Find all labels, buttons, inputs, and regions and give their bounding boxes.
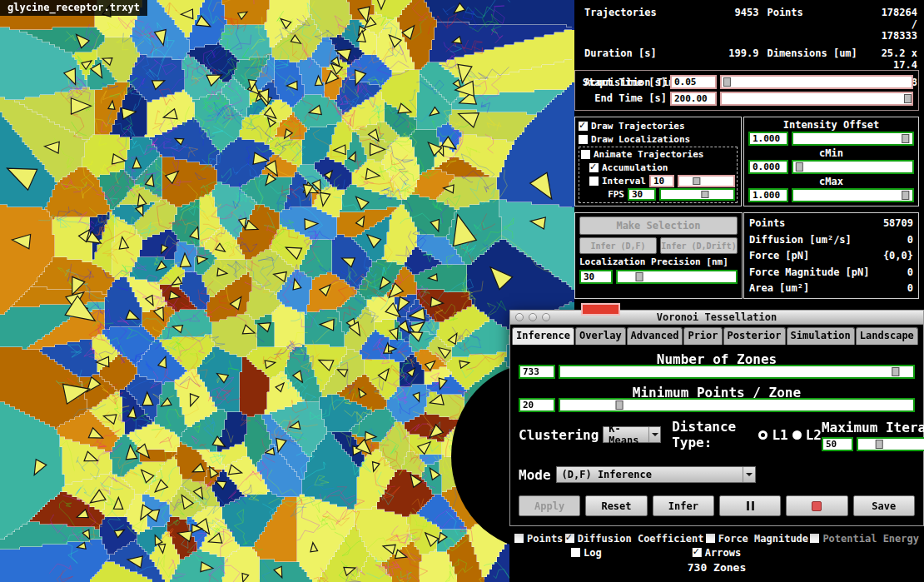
intensity-offset-slider-knob[interactable] xyxy=(902,134,909,143)
min-points-value[interactable]: 20 xyxy=(519,398,555,412)
pause-button[interactable] xyxy=(719,495,781,516)
clustering-dropdown[interactable]: K-Means xyxy=(603,426,661,443)
interval-slider-knob[interactable] xyxy=(693,177,701,185)
tab-advanced[interactable]: Advanced xyxy=(627,327,683,345)
draw-options-panel: Draw Trajectories Draw Localizations Ani… xyxy=(574,117,742,206)
cmax-control: 1.000 xyxy=(748,188,914,202)
apply-button[interactable]: Apply xyxy=(519,495,580,516)
intensity-offset-control: 1.000 xyxy=(748,132,914,146)
reset-button[interactable]: Reset xyxy=(585,495,647,516)
localization-precision-slider-knob[interactable] xyxy=(635,272,643,281)
selection-points-label: Points xyxy=(749,217,785,229)
tab-landscape[interactable]: Landscape xyxy=(856,327,918,345)
fps-slider[interactable] xyxy=(659,188,735,201)
tab-posterior[interactable]: Posterior xyxy=(723,327,786,345)
cmax-slider-knob[interactable] xyxy=(902,191,909,200)
save-button[interactable]: Save xyxy=(853,495,915,516)
interval-checkbox[interactable] xyxy=(589,177,599,186)
max-iterations-slider[interactable] xyxy=(857,437,924,451)
accumulation-checkbox[interactable] xyxy=(589,163,599,172)
make-selection-button[interactable]: Make Selection xyxy=(579,216,738,235)
tab-simulation[interactable]: Simulation xyxy=(787,327,855,345)
clustering-controls: Clustering K-Means Distance Type: L1 L2 xyxy=(519,419,822,450)
log-label: Log xyxy=(584,547,602,559)
max-iterations-slider-knob[interactable] xyxy=(876,440,883,449)
distance-l2-label: L2 xyxy=(806,427,822,443)
distance-type-label: Distance Type: xyxy=(672,419,754,450)
start-time-label: Start Time [s] xyxy=(580,77,667,88)
start-time-slider[interactable] xyxy=(720,75,913,89)
cmin-value[interactable]: 0.000 xyxy=(748,160,788,174)
min-points-slider[interactable] xyxy=(559,398,915,412)
interval-slider[interactable] xyxy=(678,175,735,187)
cmax-slider[interactable] xyxy=(792,188,914,202)
end-time-slider-knob[interactable] xyxy=(904,94,912,103)
intensity-offset-value[interactable]: 1.000 xyxy=(748,132,788,146)
log-checkbox[interactable] xyxy=(571,548,580,557)
max-iterations-value[interactable]: 50 xyxy=(822,437,853,451)
distance-l2-radio[interactable] xyxy=(792,430,802,440)
points-overlay-checkbox[interactable] xyxy=(514,534,524,543)
tessellation-tabs: Inference Overlay Advanced Prior Posteri… xyxy=(510,325,923,345)
number-of-zones-value[interactable]: 733 xyxy=(519,365,555,379)
selection-panel: Make Selection Infer (D,F) Infer (D,Drif… xyxy=(574,212,743,299)
file-title: glycine_receptor.trxyt xyxy=(0,0,147,16)
trajectories-value: 9453 xyxy=(719,7,759,42)
fps-slider-knob[interactable] xyxy=(701,191,708,198)
draw-localizations-checkbox[interactable] xyxy=(579,135,588,144)
display-controls-panel: Intensity Offset 1.000 cMin 0.000 cMax 1… xyxy=(743,117,919,206)
min-points-slider-knob[interactable] xyxy=(615,400,623,410)
distance-l1-radio[interactable] xyxy=(758,430,768,440)
potential-energy-checkbox[interactable] xyxy=(810,534,819,543)
fps-control: FPS 30 xyxy=(581,188,735,201)
selection-area-label: Area [um²] xyxy=(749,282,809,294)
tessellation-window-titlebar[interactable]: Voronoi Tessellation xyxy=(510,311,923,325)
intensity-offset-slider[interactable] xyxy=(792,132,914,146)
selection-points-value: 58709 xyxy=(883,217,913,229)
draw-trajectories-checkbox[interactable] xyxy=(579,122,588,131)
infer-button[interactable]: Infer xyxy=(653,495,714,516)
force-magnitude-label: Force Magnitude xyxy=(718,533,808,545)
force-magnitude-checkbox[interactable] xyxy=(706,534,715,543)
fps-value[interactable]: 30 xyxy=(628,188,656,201)
localization-precision-slider[interactable] xyxy=(616,270,738,284)
cmax-value[interactable]: 1.000 xyxy=(748,188,788,202)
points-overlay-row: Points xyxy=(514,532,563,545)
animate-trajectories-checkbox[interactable] xyxy=(581,150,590,159)
infer-df-button[interactable]: Infer (D,F) xyxy=(579,237,657,254)
selection-force-value: {0,0} xyxy=(883,250,913,261)
draw-trajectories-label: Draw Trajectories xyxy=(591,121,685,132)
number-of-zones-slider-knob[interactable] xyxy=(892,367,899,376)
chevron-down-icon xyxy=(648,427,660,442)
end-time-slider[interactable] xyxy=(720,92,913,106)
tab-inference[interactable]: Inference xyxy=(512,327,574,345)
number-of-zones-control: 733 xyxy=(519,365,915,379)
time-controls-panel: Start Time [s] 0.05 End Time [s] 200.00 xyxy=(574,70,919,111)
accumulation-label: Accumulation xyxy=(602,162,668,173)
infer-ddrift-button[interactable]: Infer (D,Drift) xyxy=(660,237,738,254)
overlay-options-bar: Points Diffusion Coefficient Force Magni… xyxy=(509,526,924,582)
trajectories-label: Trajectories xyxy=(584,7,711,42)
number-of-zones-slider[interactable] xyxy=(559,365,915,379)
start-time-slider-knob[interactable] xyxy=(723,77,731,87)
diffusion-coefficient-checkbox[interactable] xyxy=(565,534,574,543)
stop-button[interactable] xyxy=(786,495,847,516)
tab-prior[interactable]: Prior xyxy=(683,327,722,345)
tab-overlay[interactable]: Overlay xyxy=(575,327,626,345)
interval-value[interactable]: 10 xyxy=(649,175,674,187)
arrows-checkbox[interactable] xyxy=(693,548,702,557)
tessellation-buttons-row: Apply Reset Infer Save xyxy=(519,495,915,516)
stop-red-button[interactable] xyxy=(581,303,620,316)
cmin-slider-knob[interactable] xyxy=(796,162,803,172)
stop-icon xyxy=(812,501,822,511)
visualization-canvas[interactable] xyxy=(0,0,574,582)
start-time-value[interactable]: 0.05 xyxy=(670,75,717,89)
selection-force-label: Force [pN] xyxy=(749,250,809,261)
draw-localizations-row: Draw Localizations xyxy=(579,133,738,146)
cmin-slider[interactable] xyxy=(792,160,914,174)
mode-dropdown[interactable]: (D,F) Inference xyxy=(556,466,756,483)
end-time-value[interactable]: 200.00 xyxy=(670,92,717,106)
animate-trajectories-label: Animate Trajectories xyxy=(594,149,703,160)
localization-precision-value[interactable]: 30 xyxy=(579,270,613,284)
file-stats-panel: Trajectories 9453 Points 178264 / 178333… xyxy=(574,0,924,65)
